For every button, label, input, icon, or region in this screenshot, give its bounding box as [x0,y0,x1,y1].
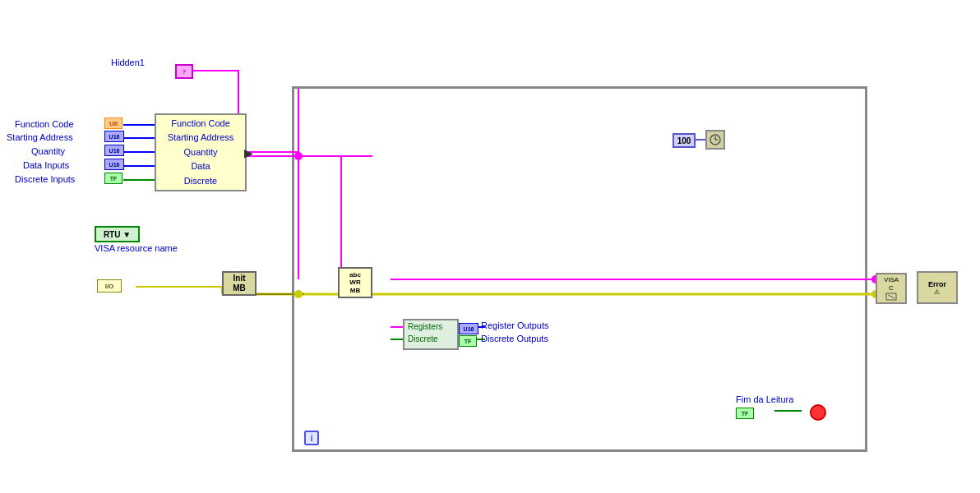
register-outputs-label: Register Outputs [481,320,549,330]
func-block-arrow: ▶ [244,146,253,159]
discrete-output-label: Discrete [404,333,457,345]
timer-icon [705,130,725,150]
io-terminal: I/O [97,279,122,293]
write-block: abcWRMB [338,267,372,298]
loop-info-icon: i [304,431,319,445]
quantity-terminal: U16 [104,145,124,156]
function-code-terminal: U8 [104,117,122,129]
discrete-inputs-terminal: TF [104,173,122,184]
function-code-label: Function Code [15,119,74,129]
svg-line-31 [888,295,894,298]
func-block: Function Code Starting Address Quantity … [155,113,247,191]
rtu-dropdown[interactable]: RTU ▼ [95,226,140,242]
init-block: InitMB [222,271,257,296]
discrete-outputs-label: Discrete Outputs [481,334,548,343]
number-100: 100 [673,133,696,148]
data-inputs-terminal: U16 [104,159,124,170]
fim-terminal: TF [736,408,754,419]
discrete-outputs-terminal: TF [459,335,477,347]
hidden1-label: Hidden1 [111,58,145,67]
visa-close-block: VISAC [876,273,907,304]
quantity-label: Quantity [31,146,65,156]
outputs-block: Registers Discrete [403,319,459,350]
func-block-content: Function Code Starting Address Quantity … [164,115,238,191]
stop-button[interactable] [810,404,826,421]
hidden1-terminal: ? [175,64,193,79]
discrete-inputs-label: Discrete Inputs [15,174,75,184]
fim-label: Fim da Leitura [736,394,793,404]
registers-output-label: Registers [404,320,457,333]
error-block: Error ⚠ [917,271,958,304]
data-inputs-label: Data Inputs [23,160,69,170]
starting-address-label: Starting Address [7,132,73,142]
visa-resource-label: VISA resource name [95,243,178,253]
starting-address-terminal: U16 [104,131,124,142]
register-outputs-terminal: U16 [459,323,478,334]
